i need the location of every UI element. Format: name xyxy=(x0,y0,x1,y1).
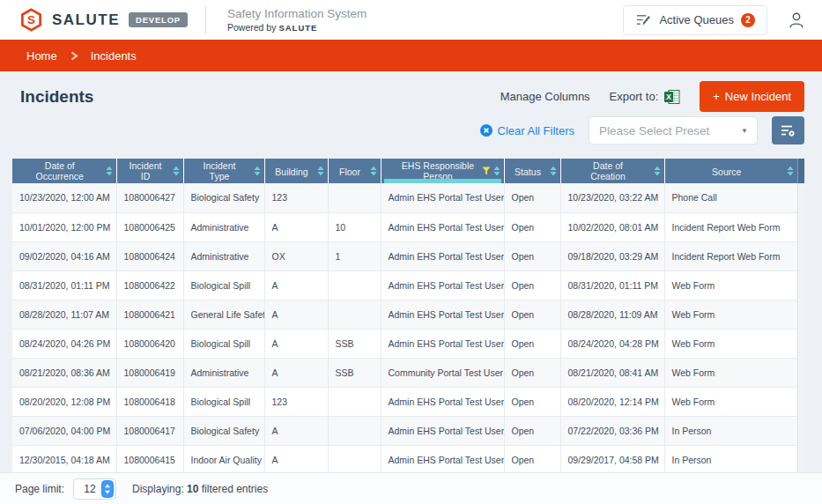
column-header-date-of-occurrence[interactable]: Date of Occurrence xyxy=(12,159,116,183)
table-cell: 1080006418 xyxy=(116,387,183,416)
table-cell: 1 xyxy=(328,241,381,271)
environment-badge: DEVELOP xyxy=(129,12,188,27)
table-cell: Indoor Air Quality xyxy=(183,445,264,474)
sort-arrows-icon xyxy=(787,167,794,176)
main-content: Incidents Manage Columns Export to: X + … xyxy=(0,83,822,475)
sort-arrows-icon xyxy=(370,167,377,176)
top-bar-right: Active Queues 2 xyxy=(623,5,806,35)
sort-arrows-icon xyxy=(654,167,661,176)
incidents-table-wrap: Date of OccurrenceIncident IDIncident Ty… xyxy=(12,159,804,475)
sort-arrows-icon xyxy=(173,167,180,176)
breadcrumb-home-link[interactable]: Home xyxy=(26,49,57,63)
table-cell: Biological Safety xyxy=(183,183,264,212)
table-cell: Admin EHS Portal Test User - xyxy=(381,416,504,445)
table-cell: In Person xyxy=(664,416,797,445)
table-cell: 10/02/2020, 08:01 AM xyxy=(560,212,664,241)
table-cell: 12/30/2015, 04:18 AM xyxy=(12,445,116,474)
table-row[interactable]: 08/31/2020, 01:11 PM1080006422Biological… xyxy=(12,271,797,300)
table-cell xyxy=(328,416,381,445)
sort-arrows-icon xyxy=(550,167,557,176)
table-header-row: Date of OccurrenceIncident IDIncident Ty… xyxy=(12,159,797,183)
svg-text:S: S xyxy=(27,13,35,26)
table-row[interactable]: 07/06/2020, 04:00 PM1080006417Biological… xyxy=(12,416,797,445)
column-header-incident-id[interactable]: Incident ID xyxy=(116,159,183,183)
funnel-icon xyxy=(482,167,491,175)
table-cell: A xyxy=(264,445,328,474)
table-cell: Incident Report Web Form xyxy=(664,241,797,271)
table-cell: 09/18/2020, 03:29 AM xyxy=(560,241,664,271)
table-cell: 08/24/2020, 04:28 PM xyxy=(560,329,664,358)
active-queues-button[interactable]: Active Queues 2 xyxy=(623,5,767,35)
column-header-building[interactable]: Building xyxy=(264,159,328,183)
svg-text:X: X xyxy=(666,93,671,101)
table-cell: 08/31/2020, 01:11 PM xyxy=(560,271,664,300)
table-row[interactable]: 10/01/2020, 12:00 PM1080006425Administra… xyxy=(12,212,797,241)
table-cell: Open xyxy=(504,271,560,300)
divider xyxy=(205,6,206,34)
table-cell: Web Form xyxy=(664,300,797,329)
table-cell: Incident Report Web Form xyxy=(664,212,797,241)
table-cell: 1080006420 xyxy=(116,329,183,358)
table-cell: 10/23/2020, 03:22 AM xyxy=(560,183,664,212)
filter-settings-button[interactable] xyxy=(772,116,804,145)
stepper-icon[interactable] xyxy=(101,480,114,498)
table-cell: Web Form xyxy=(664,358,797,387)
table-cell: A xyxy=(264,212,328,241)
table-cell: 10/23/2020, 12:00 AM xyxy=(12,183,116,212)
preset-select-dropdown[interactable]: Please Select Preset ▼ xyxy=(589,116,758,145)
table-cell xyxy=(328,271,381,300)
excel-icon[interactable]: X xyxy=(664,90,680,104)
table-row[interactable]: 12/30/2015, 04:18 AM1080006415Indoor Air… xyxy=(12,445,797,474)
table-row[interactable]: 08/20/2020, 12:08 PM1080006418Biological… xyxy=(12,387,797,416)
table-row[interactable]: 08/24/2020, 04:26 PM1080006420Biological… xyxy=(12,329,797,358)
table-cell: A xyxy=(264,416,328,445)
table-cell: Administrative xyxy=(183,358,264,387)
active-queues-label: Active Queues xyxy=(659,13,734,26)
table-cell: Open xyxy=(504,387,560,416)
user-icon[interactable] xyxy=(787,11,806,30)
table-cell: 08/28/2020, 11:09 AM xyxy=(560,300,664,329)
table-cell: Phone Call xyxy=(664,183,797,212)
table-cell: Administrative xyxy=(183,241,264,271)
table-cell: Admin EHS Portal Test User - xyxy=(381,300,504,329)
table-cell: Admin EHS Portal Test User - xyxy=(381,241,504,271)
table-cell: Admin EHS Portal Test User - xyxy=(381,183,504,212)
table-cell: Open xyxy=(504,358,560,387)
table-row[interactable]: 10/23/2020, 12:00 AM1080006427Biological… xyxy=(12,183,797,212)
clear-all-filters-button[interactable]: Clear All Filters xyxy=(480,124,574,137)
table-row[interactable]: 09/02/2020, 04:16 AM1080006424Administra… xyxy=(12,241,797,271)
table-scrollbar[interactable] xyxy=(797,159,804,475)
displaying-summary: Displaying: 10 filtered entries xyxy=(132,483,268,495)
table-cell: Community Portal Test User - xyxy=(381,358,504,387)
table-row[interactable]: 08/28/2020, 11:07 AM1080006421General Li… xyxy=(12,300,797,329)
column-header-status[interactable]: Status xyxy=(504,159,560,183)
table-row[interactable]: 08/21/2020, 08:36 AM1080006419Administra… xyxy=(12,358,797,387)
table-cell xyxy=(328,300,381,329)
table-cell: 08/20/2020, 12:14 PM xyxy=(560,387,664,416)
column-header-floor[interactable]: Floor xyxy=(328,159,381,183)
table-cell: SSB xyxy=(328,329,381,358)
table-cell: 08/28/2020, 11:07 AM xyxy=(12,300,116,329)
table-cell: General Life Safety xyxy=(183,300,264,329)
column-header-ehs-responsible-person[interactable]: EHS Responsible Person xyxy=(381,159,504,183)
column-header-incident-type[interactable]: Incident Type xyxy=(183,159,264,183)
brand-group: S SALUTE DEVELOP Safety Information Syst… xyxy=(19,6,367,34)
new-incident-button[interactable]: + New Incident xyxy=(700,81,804,112)
incidents-table: Date of OccurrenceIncident IDIncident Ty… xyxy=(12,159,797,475)
table-cell: Admin EHS Portal Test User - xyxy=(381,387,504,416)
table-cell: Open xyxy=(504,183,560,212)
queue-edit-icon xyxy=(635,13,652,26)
column-header-date-of-creation[interactable]: Date of Creation xyxy=(560,159,664,183)
table-cell: Open xyxy=(504,241,560,271)
breadcrumb: Home Incidents xyxy=(0,40,822,71)
page-limit-stepper[interactable]: 12 xyxy=(73,478,116,500)
table-cell: A xyxy=(264,271,328,300)
brand-name: SALUTE xyxy=(52,11,120,29)
table-cell: Biological Spill xyxy=(183,329,264,358)
sort-arrows-icon xyxy=(106,167,113,176)
table-cell: Web Form xyxy=(664,271,797,300)
table-footer: Page limit: 12 Displaying: 10 filtered e… xyxy=(0,472,822,504)
manage-columns-button[interactable]: Manage Columns xyxy=(500,90,590,103)
column-header-source[interactable]: Source xyxy=(664,159,797,183)
export-group: Export to: X xyxy=(610,90,681,104)
